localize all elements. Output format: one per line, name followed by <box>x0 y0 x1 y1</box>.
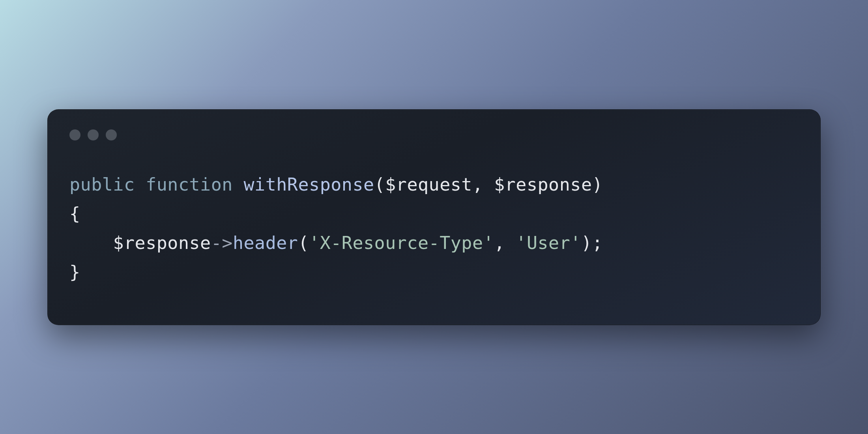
indent <box>69 232 113 253</box>
code-line-3: $response->header('X-Resource-Type', 'Us… <box>69 232 603 253</box>
traffic-lights <box>69 129 799 140</box>
code-line-1: public function withResponse($request, $… <box>69 174 603 195</box>
close-paren: ) <box>581 232 592 253</box>
open-paren: ( <box>374 174 385 195</box>
method-header: header <box>233 232 298 253</box>
code-window: public function withResponse($request, $… <box>47 109 821 325</box>
param-response: $response <box>494 174 592 195</box>
string-user: 'User' <box>516 232 581 253</box>
var-response: $response <box>113 232 211 253</box>
arrow-op: -> <box>211 232 233 253</box>
brace-open: { <box>69 203 80 224</box>
traffic-light-minimize-icon[interactable] <box>88 129 99 140</box>
keyword-function: function <box>146 174 233 195</box>
traffic-light-zoom-icon[interactable] <box>106 129 117 140</box>
brace-close: } <box>69 262 80 282</box>
string-resource-type: 'X-Resource-Type' <box>309 232 494 253</box>
semicolon: ; <box>592 232 603 253</box>
comma: , <box>472 174 494 195</box>
open-paren: ( <box>298 232 309 253</box>
keyword-public: public <box>69 174 135 195</box>
code-line-4: } <box>69 262 80 282</box>
function-name: withResponse <box>244 174 374 195</box>
comma: , <box>494 232 516 253</box>
close-paren: ) <box>592 174 603 195</box>
param-request: $request <box>385 174 472 195</box>
traffic-light-close-icon[interactable] <box>69 129 80 140</box>
code-content: public function withResponse($request, $… <box>69 170 799 287</box>
code-line-2: { <box>69 203 80 224</box>
